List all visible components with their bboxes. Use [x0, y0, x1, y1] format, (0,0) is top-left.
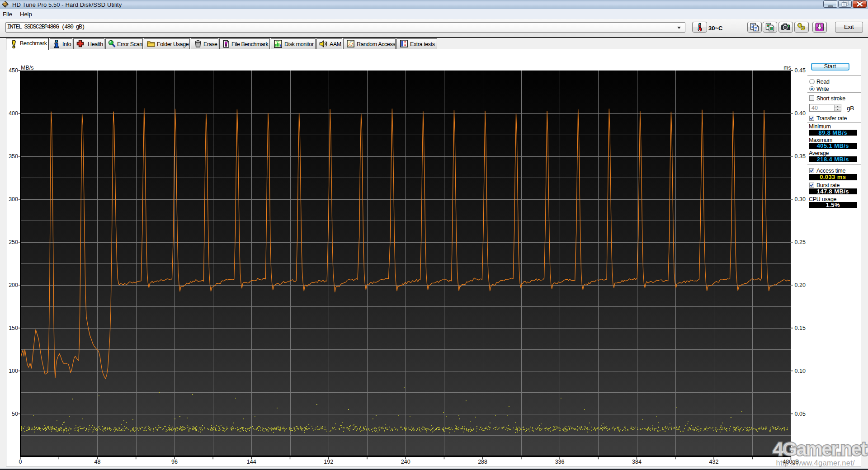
svg-text:384: 384 — [632, 459, 642, 465]
svg-text:150: 150 — [9, 325, 18, 331]
svg-text:400: 400 — [9, 110, 18, 117]
svg-text:ms: ms — [783, 65, 791, 71]
svg-text:0.05: 0.05 — [795, 411, 806, 417]
svg-text:250: 250 — [9, 239, 18, 245]
svg-text:http://www.4gamer.net/: http://www.4gamer.net/ — [776, 459, 855, 467]
svg-text:0.10: 0.10 — [795, 368, 806, 374]
svg-text:0.45: 0.45 — [795, 67, 806, 74]
svg-text:240: 240 — [401, 459, 410, 465]
svg-text:0.20: 0.20 — [795, 282, 806, 288]
svg-text:336: 336 — [555, 459, 565, 465]
svg-text:0.40: 0.40 — [795, 110, 806, 117]
svg-text:96: 96 — [171, 459, 178, 465]
svg-text:200: 200 — [9, 282, 18, 288]
svg-text:0.15: 0.15 — [795, 325, 806, 331]
svg-text:432: 432 — [709, 459, 719, 465]
svg-text:300: 300 — [9, 196, 18, 202]
svg-text:0.35: 0.35 — [795, 153, 806, 160]
svg-text:192: 192 — [324, 459, 333, 465]
svg-text:0: 0 — [19, 459, 22, 465]
svg-text:50: 50 — [12, 411, 18, 417]
svg-text:350: 350 — [9, 153, 18, 160]
svg-text:0.30: 0.30 — [795, 196, 806, 202]
svg-text:48: 48 — [94, 459, 100, 465]
svg-text:100: 100 — [9, 368, 18, 374]
svg-text:4Gamer.net: 4Gamer.net — [773, 438, 867, 460]
svg-text:144: 144 — [247, 459, 256, 465]
svg-text:450: 450 — [9, 67, 18, 74]
svg-text:288: 288 — [478, 459, 487, 465]
svg-text:MB/s: MB/s — [21, 65, 33, 71]
svg-text:0.25: 0.25 — [795, 239, 806, 245]
